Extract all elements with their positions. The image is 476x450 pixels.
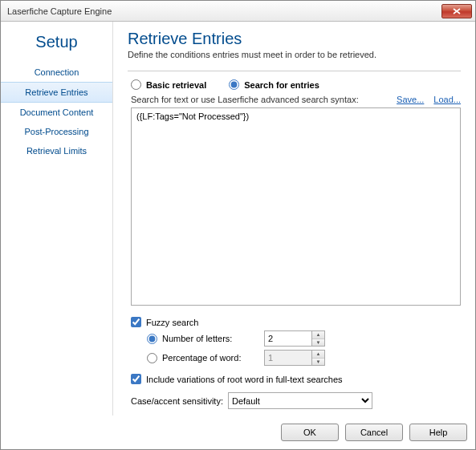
percent-spin-up[interactable]: ▲ [312, 351, 324, 359]
percent-radio-input[interactable] [147, 353, 157, 363]
divider [128, 71, 461, 71]
fuzzy-checkbox[interactable] [131, 317, 141, 327]
close-icon [453, 8, 461, 14]
cancel-button[interactable]: Cancel [345, 424, 403, 441]
variations-checkbox[interactable] [131, 374, 141, 384]
percent-spinner[interactable]: ▲ ▼ [264, 350, 325, 366]
search-input[interactable] [131, 107, 461, 306]
letters-radio-input[interactable] [147, 334, 157, 344]
fuzzy-label: Fuzzy search [146, 318, 198, 327]
sidebar-title: Setup [1, 30, 112, 63]
dialog-buttons: OK Cancel Help [1, 416, 475, 449]
basic-retrieval-radio[interactable]: Basic retrieval [131, 79, 206, 90]
percent-label: Percentage of word: [162, 353, 241, 363]
sidebar: Setup Connection Retrieve Entries Docume… [1, 22, 113, 416]
search-hint: Search for text or use Laserfiche advanc… [131, 95, 387, 104]
letters-spinner[interactable]: ▲ ▼ [264, 330, 325, 347]
sidebar-item-document-content[interactable]: Document Content [1, 103, 112, 122]
save-link[interactable]: Save... [397, 95, 424, 104]
help-button[interactable]: Help [409, 424, 467, 441]
variations-label: Include variations of root word in full-… [146, 375, 343, 384]
letters-input[interactable] [265, 331, 311, 346]
sidebar-item-retrieval-limits[interactable]: Retrieval Limits [1, 141, 112, 160]
letters-spin-down[interactable]: ▼ [312, 339, 324, 347]
basic-retrieval-radio-input[interactable] [131, 79, 141, 90]
sidebar-item-retrieve-entries[interactable]: Retrieve Entries [1, 82, 112, 103]
search-entries-label: Search for entries [244, 80, 319, 90]
case-select[interactable]: Default [228, 392, 372, 409]
close-button[interactable] [441, 4, 472, 18]
window-title: Laserfiche Capture Engine [7, 6, 441, 16]
sidebar-item-post-processing[interactable]: Post-Processing [1, 122, 112, 141]
page-subtitle: Define the conditions entries must meet … [128, 50, 461, 59]
ok-button[interactable]: OK [281, 424, 339, 441]
percent-radio[interactable]: Percentage of word: [147, 353, 259, 363]
basic-retrieval-label: Basic retrieval [146, 80, 206, 90]
percent-spin-down[interactable]: ▼ [312, 359, 324, 366]
letters-spin-up[interactable]: ▲ [312, 331, 324, 339]
percent-input[interactable] [265, 351, 311, 365]
letters-label: Number of letters: [162, 334, 232, 343]
main-panel: Retrieve Entries Define the conditions e… [113, 22, 475, 416]
search-entries-radio-input[interactable] [229, 79, 239, 90]
case-label: Case/accent sensitivity: [131, 396, 223, 406]
search-entries-radio[interactable]: Search for entries [229, 79, 319, 90]
letters-radio[interactable]: Number of letters: [147, 334, 259, 344]
page-title: Retrieve Entries [128, 30, 461, 48]
titlebar: Laserfiche Capture Engine [1, 1, 475, 22]
sidebar-item-connection[interactable]: Connection [1, 63, 112, 82]
load-link[interactable]: Load... [433, 95, 461, 104]
